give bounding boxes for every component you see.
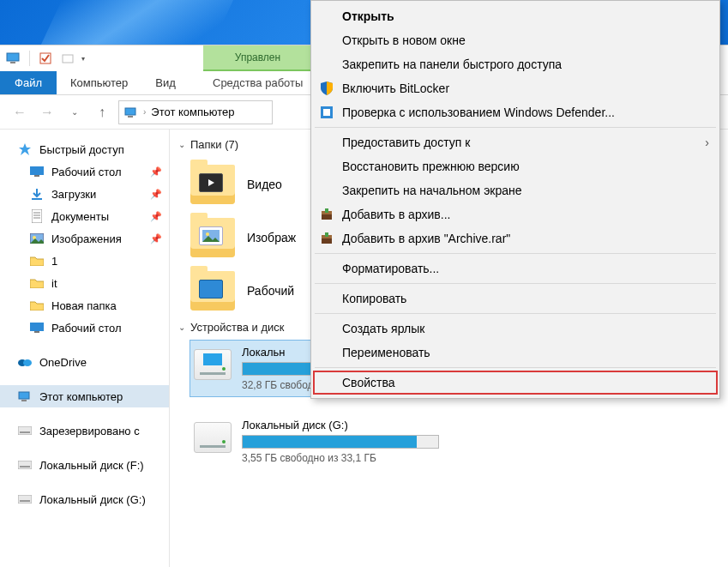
nav-forward-button[interactable]: → (36, 101, 58, 124)
nav-up-button[interactable]: ↑ (91, 101, 113, 124)
sidebar-item-downloads[interactable]: Загрузки 📌 (0, 183, 169, 205)
defender-icon (318, 104, 335, 121)
sidebar-item-pictures[interactable]: Изображения 📌 (0, 227, 169, 250)
sidebar-item-documents[interactable]: Документы 📌 (0, 205, 169, 227)
drive-name: Локальный диск (G:) (242, 419, 444, 431)
svg-marker-28 (208, 179, 214, 186)
sidebar-this-pc[interactable]: Этот компьютер (0, 385, 169, 407)
winrar-icon (318, 230, 335, 247)
documents-icon (29, 208, 45, 224)
chevron-down-icon: ⌄ (178, 140, 185, 149)
menu-separator (315, 283, 716, 284)
menu-item-label: Включить BitLocker (342, 81, 449, 95)
qat-customize-icon[interactable]: ▾ (81, 55, 85, 63)
sidebar-quick-access[interactable]: Быстрый доступ (0, 138, 169, 160)
menu-open[interactable]: Открыть (313, 4, 718, 28)
svg-rect-23 (20, 431, 30, 433)
breadcrumb-location[interactable]: Этот компьютер (151, 106, 234, 118)
file-tab[interactable]: Файл (0, 71, 57, 94)
downloads-icon (29, 186, 45, 202)
svg-rect-4 (125, 108, 135, 115)
this-pc-icon (5, 50, 22, 67)
svg-rect-21 (21, 400, 27, 401)
menu-share-access[interactable]: Предоставить доступ к › (313, 130, 718, 154)
sidebar-onedrive[interactable]: OneDrive (0, 351, 169, 373)
desktop-icon (29, 320, 45, 335)
nav-recent-dropdown[interactable]: ⌄ (63, 101, 86, 124)
menu-restore-previous[interactable]: Восстановить прежнюю версию (313, 154, 718, 178)
sidebar-item-label: Быстрый доступ (39, 143, 124, 156)
menu-pin-quick-access[interactable]: Закрепить на панели быстрого доступа (313, 52, 718, 76)
drive-icon (17, 423, 33, 438)
sidebar-item-label: Документы (51, 210, 109, 223)
menu-item-label: Добавить в архив "Archive.rar" (342, 232, 510, 245)
sidebar-item-folder-new[interactable]: Новая папка (0, 294, 169, 317)
sidebar-item-label: Новая папка (51, 299, 117, 312)
sidebar-drive-f[interactable]: Локальный диск (F:) (0, 454, 169, 476)
menu-item-label: Закрепить на начальном экране (342, 184, 522, 197)
nav-back-button[interactable]: ← (9, 101, 31, 124)
sidebar-item-label: Локальный диск (F:) (39, 459, 144, 472)
sidebar-reserved-drive[interactable]: Зарезервировано с (0, 419, 169, 442)
chevron-down-icon: ⌄ (178, 323, 185, 332)
drive-icon (17, 492, 33, 507)
drive-item-g[interactable]: Локальный диск (G:) 3,55 ГБ свободно из … (190, 413, 448, 469)
tab-computer[interactable]: Компьютер (57, 71, 141, 94)
tab-view[interactable]: Вид (141, 71, 190, 94)
menu-add-to-archive-named[interactable]: Добавить в архив "Archive.rar" (313, 226, 718, 250)
svg-rect-27 (20, 500, 30, 502)
drive-free-text: 3,55 ГБ свободно из 33,1 ГБ (242, 452, 444, 464)
svg-point-30 (206, 232, 209, 236)
menu-properties[interactable]: Свойства (313, 371, 718, 395)
sidebar-item-label: OneDrive (39, 356, 87, 369)
this-pc-icon (17, 389, 33, 404)
menu-add-to-archive[interactable]: Добавить в архив... (313, 202, 718, 226)
menu-separator (315, 367, 716, 368)
svg-rect-38 (325, 232, 328, 237)
folder-icon (190, 218, 235, 257)
menu-bitlocker[interactable]: Включить BitLocker (313, 76, 718, 100)
sidebar-item-desktop-2[interactable]: Рабочий стол (0, 317, 169, 339)
svg-point-15 (33, 236, 36, 239)
group-header-label: Папки (7) (190, 138, 238, 151)
capacity-bar (242, 435, 439, 449)
sidebar-item-folder-it[interactable]: it (0, 272, 169, 294)
drive-icon (194, 422, 232, 453)
sidebar-item-label: Локальный диск (G:) (39, 493, 146, 506)
tab-drive-tools[interactable]: Средства работы (206, 71, 310, 94)
menu-open-new-window[interactable]: Открыть в новом окне (313, 28, 718, 52)
menu-item-label: Форматировать... (342, 262, 439, 275)
svg-rect-0 (7, 53, 19, 61)
context-menu: Открыть Открыть в новом окне Закрепить н… (310, 0, 720, 399)
shield-icon (318, 80, 335, 97)
qat-new-folder-icon[interactable] (59, 50, 76, 67)
menu-pin-start[interactable]: Закрепить на начальном экране (313, 178, 718, 202)
sidebar-drive-g[interactable]: Локальный диск (G:) (0, 488, 169, 510)
folder-icon (190, 271, 235, 311)
folder-icon (29, 275, 45, 291)
sidebar-item-label: Зарезервировано с (39, 425, 140, 437)
winrar-icon (318, 206, 335, 223)
star-icon (17, 142, 33, 157)
sidebar-item-desktop[interactable]: Рабочий стол 📌 (0, 160, 169, 183)
pictures-icon (29, 231, 45, 246)
menu-format[interactable]: Форматировать... (313, 256, 718, 280)
this-pc-icon (124, 107, 138, 118)
breadcrumb[interactable]: › Этот компьютер (118, 100, 273, 124)
svg-rect-32 (323, 109, 330, 116)
svg-rect-9 (32, 198, 42, 200)
qat-properties-icon[interactable] (37, 50, 54, 67)
folder-icon (29, 253, 45, 268)
menu-copy[interactable]: Копировать (313, 287, 718, 311)
menu-rename[interactable]: Переименовать (313, 341, 718, 365)
svg-rect-16 (30, 323, 44, 331)
sidebar-item-folder-1[interactable]: 1 (0, 250, 169, 272)
menu-separator (315, 253, 716, 254)
ribbon-context-header: Управлен (203, 45, 312, 71)
menu-create-shortcut[interactable]: Создать ярлык (313, 317, 718, 341)
svg-rect-1 (10, 62, 15, 63)
menu-separator (315, 127, 716, 128)
svg-marker-6 (19, 143, 31, 155)
svg-rect-7 (30, 166, 44, 175)
menu-defender-scan[interactable]: Проверка с использованием Windows Defend… (313, 100, 718, 124)
